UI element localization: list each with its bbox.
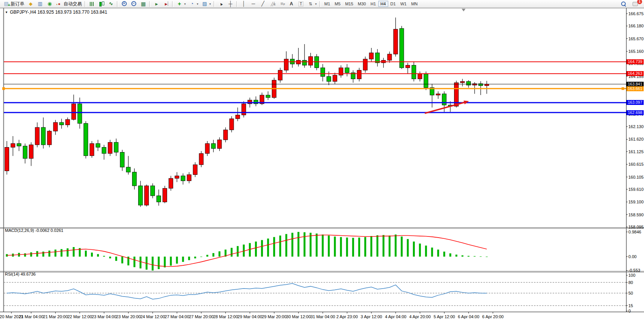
notifications-button[interactable]: 1 [631,0,640,7]
rsi-indicator-label: RSI(14) 49.6736 [5,272,36,276]
toolbar-separator [117,1,118,7]
timeframe-h4[interactable]: H4 [378,1,388,7]
timeframe-m15[interactable]: M15 [343,1,355,7]
timeframe-mn[interactable]: MN [409,1,420,7]
channel-button[interactable] [268,0,277,7]
search-icon [620,1,627,7]
arrows-icon [307,1,314,7]
signals-button[interactable] [45,0,54,7]
price-axis-tick: 160.615 [628,162,644,167]
price-badge-163.097: 163.097 [626,100,644,105]
arrows-button[interactable]: ▾ [306,0,318,7]
price-axis-tick: 162.130 [628,124,644,129]
chevron-down-icon: ▾ [209,2,211,6]
time-axis-label: 23 M⁠ar 04:00 [92,314,116,319]
indicators-icon [176,1,183,7]
toolbar-separator [236,1,238,7]
cursor-button[interactable] [216,0,226,7]
macd-axis-tick: 0.9846 [628,230,641,234]
zoom-in-button[interactable] [120,0,129,7]
price-axis-tick: 161.620 [628,137,644,141]
chart-canvas[interactable] [0,0,644,322]
symbol-menu-icon[interactable]: ▼ [5,11,8,14]
tile-windows-button[interactable] [139,0,148,7]
signals-icon [46,1,53,7]
candle-chart-button[interactable] [97,0,106,7]
price-axis-tick: 165.160 [628,49,644,54]
indicators-button[interactable]: ▾ [175,0,187,7]
zoom-out-icon [131,1,137,7]
time-axis-label: 4 Apr 04:00 [385,314,406,319]
templates-icon [201,1,208,7]
price-badge-164.739: 164.739 [626,59,644,64]
time-axis-label: 21 Mar 04:00 [19,314,43,319]
time-axis-label: 4 Apr 20:00 [409,314,430,319]
chart-title-text: GBPJPY-,H4 163.925 163.973 163.770 163.8… [10,10,107,15]
price-axis-tick: 159.610 [628,187,644,192]
hline-handle[interactable] [2,87,5,90]
search-button[interactable] [619,0,628,7]
time-axis-label: 29 Mar 20:00 [262,314,287,319]
price-badge-163.661: 163.661 [626,86,644,91]
crosshair-button[interactable] [226,0,235,7]
chevron-down-icon: ▾ [315,2,317,6]
time-axis-label: 29 Mar 04:00 [238,314,262,319]
bar-chart-button[interactable] [87,0,97,7]
navigator-button[interactable] [35,0,45,7]
time-axis-label: 3 Apr 12:00 [361,314,382,319]
timeframe-h1[interactable]: H1 [368,1,378,7]
price-axis-tick: 166.180 [628,24,644,28]
time-axis-label: 24 Mar 12:00 [140,314,165,319]
macd-indicator-label: MACD(12,26,9) -0.0062 0.0261 [5,228,63,233]
toolbar: 新订单自动交易▾▾▾▾M1M5M15M30H1H4D1W1MN 1 [0,0,644,8]
crosshair-icon [227,1,234,7]
fibonacci-button[interactable] [277,0,287,7]
time-axis-label: 22 Mar 12:00 [67,314,92,319]
text-label-button[interactable] [296,0,306,7]
periods-button[interactable]: ▾ [187,0,200,7]
timeframe-m5[interactable]: M5 [332,1,343,7]
timeframe-m30[interactable]: M30 [355,1,368,7]
toolbar-separator [149,1,151,7]
toolbar-left-group: 新订单自动交易▾▾▾▾M1M5M15M30H1H4D1W1MN [2,0,420,8]
fibo-icon [279,1,285,7]
chevron-down-icon: ▾ [184,2,186,6]
timeframe-w1[interactable]: W1 [398,1,409,7]
horizontal-line-button[interactable] [249,0,258,7]
toolbar-separator [84,1,86,7]
vertical-line-button[interactable] [239,0,249,7]
text-icon [288,1,295,7]
label-icon [298,1,304,7]
hline-handle[interactable] [622,87,624,90]
periods-icon [189,1,195,7]
price-axis-tick: 161.125 [628,149,644,154]
rsi-axis-tick: 80 [628,280,633,285]
time-axis-label: 2 Apr 23:00 [336,314,358,319]
market-watch-icon [27,1,34,7]
rsi-axis-tick: 50 [628,291,633,295]
trendline-icon [260,1,266,7]
price-axis-tick: 165.670 [628,36,644,41]
toolbar-separator [172,1,174,7]
auto-scroll-button[interactable] [152,0,161,7]
price-axis-tick: 166.675 [628,11,644,16]
chart-shift-button[interactable] [161,0,171,7]
time-axis-label: 31 Mar 04:00 [311,314,335,319]
line-chart-button[interactable] [106,0,116,7]
templates-button[interactable]: ▾ [200,0,212,7]
autotrade-icon [56,1,62,7]
chevron-down-icon: ▾ [197,2,198,6]
time-axis-label: 27 Mar 04:00 [165,314,190,319]
trendline-button[interactable] [258,0,268,7]
market-watch-button[interactable] [26,0,35,7]
price-axis-tick: 159.100 [628,200,644,204]
cursor-icon [218,1,224,7]
zoom-out-button[interactable] [129,0,139,7]
text-button[interactable] [287,0,296,7]
autotrade-button[interactable]: 自动交易 [54,0,83,7]
timeframe-d1[interactable]: D1 [388,1,398,7]
timeframe-m1[interactable]: M1 [322,1,332,7]
time-axis-label: 28 Mar 12:00 [213,314,238,319]
new-order-button[interactable]: 新订单 [2,0,26,7]
time-axis-label: 6 Apr 04:00 [458,314,479,319]
